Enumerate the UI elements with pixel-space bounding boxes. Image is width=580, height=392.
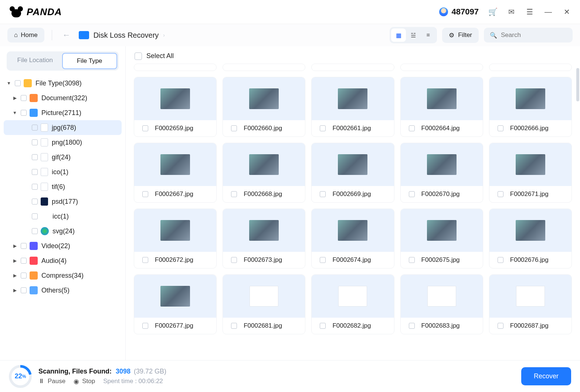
file-card[interactable]: F0002677.jpg [134,274,217,334]
chevron-right-icon[interactable]: ▶ [12,243,18,249]
file-checkbox[interactable] [231,323,237,329]
file-checkbox[interactable] [409,191,415,197]
scrollbar-thumb[interactable] [576,68,579,101]
tree-leaf-gif[interactable]: • gif(24) [4,150,122,165]
tab-file-location[interactable]: File Location [8,53,62,69]
file-card[interactable]: F0002668.jpg [223,143,305,203]
file-card-partial[interactable] [223,64,305,71]
tree-cat-audio[interactable]: ▶ Audio(4) [4,253,122,268]
file-card[interactable]: F0002659.jpg [134,77,217,137]
back-button[interactable]: ← [60,30,74,40]
file-checkbox[interactable] [231,191,237,197]
checkbox[interactable] [32,199,38,205]
file-card[interactable]: F0002671.jpg [489,143,572,203]
tree-cat-document[interactable]: ▶ Document(322) [4,91,122,105]
checkbox[interactable] [21,273,27,278]
file-checkbox[interactable] [320,125,326,131]
tree-leaf-tif[interactable]: • tif(6) [4,179,122,194]
file-card[interactable]: F0002687.jpg [489,274,572,334]
file-card[interactable]: F0002681.jpg [223,274,305,334]
chevron-right-icon[interactable]: ▶ [12,95,18,101]
filter-button[interactable]: ⚙ Filter [442,28,479,43]
select-all-checkbox[interactable] [135,53,142,60]
pause-button[interactable]: ⏸ Pause [38,378,65,385]
tab-file-type[interactable]: File Type [62,53,118,69]
tree-cat-compress[interactable]: ▶ Compress(34) [4,268,122,283]
checkbox[interactable] [21,258,27,264]
file-checkbox[interactable] [142,323,148,329]
chevron-right-icon[interactable]: ▶ [12,273,18,278]
chevron-right-icon[interactable]: ▶ [12,288,18,293]
file-checkbox[interactable] [320,191,326,197]
tree-leaf-svg[interactable]: • svg(24) [4,224,122,239]
cart-icon[interactable]: 🛒 [488,7,497,16]
file-card[interactable]: F0002682.jpg [311,274,394,334]
file-card[interactable]: F0002667.jpg [134,143,217,203]
view-grid-button[interactable]: ▦ [391,28,406,42]
file-checkbox[interactable] [498,257,503,263]
file-checkbox[interactable] [409,257,415,263]
file-card[interactable]: F0002676.jpg [489,209,572,268]
file-card-partial[interactable] [400,64,483,71]
close-icon[interactable]: ✕ [562,7,571,16]
file-checkbox[interactable] [142,125,148,131]
checkbox[interactable] [15,80,21,86]
file-card[interactable]: F0002675.jpg [400,209,483,268]
stop-button[interactable]: ◉ Stop [74,378,95,385]
tree-cat-video[interactable]: ▶ Video(22) [4,239,122,253]
checkbox[interactable] [32,169,38,175]
minimize-icon[interactable]: — [544,7,553,16]
file-card[interactable]: F0002683.jpg [400,274,483,334]
checkbox[interactable] [32,139,38,145]
file-checkbox[interactable] [498,125,503,131]
chevron-down-icon[interactable]: ▼ [6,81,12,86]
tree-leaf-icc[interactable]: • icc(1) [4,209,122,224]
file-checkbox[interactable] [231,257,237,263]
file-checkbox[interactable] [409,125,415,131]
file-checkbox[interactable] [498,323,503,329]
chevron-right-icon[interactable]: ▶ [12,258,18,263]
file-checkbox[interactable] [142,191,148,197]
breadcrumb-label[interactable]: Disk Loss Recovery [94,31,159,40]
checkbox[interactable] [21,95,27,101]
tree-leaf-ico[interactable]: • ico(1) [4,165,122,179]
menu-icon[interactable]: ☰ [525,7,534,16]
checkbox[interactable] [21,243,27,249]
tree-leaf-jpg[interactable]: • jpg(678) [4,120,122,135]
recover-button[interactable]: Recover [521,367,571,385]
file-checkbox[interactable] [409,323,415,329]
search-box[interactable]: 🔍 [484,28,573,43]
file-checkbox[interactable] [498,191,503,197]
file-card-partial[interactable] [134,64,217,71]
file-card[interactable]: F0002670.jpg [400,143,483,203]
file-checkbox[interactable] [231,125,237,131]
file-checkbox[interactable] [320,323,326,329]
mail-icon[interactable]: ✉ [507,7,516,16]
tree-cat-picture[interactable]: ▼ Picture(2711) [4,105,122,120]
file-card[interactable]: F0002660.jpg [223,77,305,137]
file-checkbox[interactable] [142,257,148,263]
file-card[interactable]: F0002661.jpg [311,77,394,137]
file-card[interactable]: F0002666.jpg [489,77,572,137]
file-card[interactable]: F0002673.jpg [223,209,305,268]
search-input[interactable] [501,31,567,39]
home-button[interactable]: ⌂ Home [7,28,44,43]
file-grid-scroll[interactable]: F0002659.jpgF0002660.jpgF0002661.jpgF000… [126,64,580,360]
tree-cat-others[interactable]: ▶ Others(5) [4,283,122,298]
file-card[interactable]: F0002674.jpg [311,209,394,268]
file-card-partial[interactable] [311,64,394,71]
file-card[interactable]: F0002672.jpg [134,209,217,268]
scrollbar[interactable] [576,64,579,360]
chevron-down-icon[interactable]: ▼ [12,110,18,115]
tree-root-file-type[interactable]: ▼ File Type(3098) [4,76,122,91]
view-detail-button[interactable]: ☱ [406,28,421,42]
checkbox[interactable] [32,154,38,160]
file-card-partial[interactable] [489,64,572,71]
file-card[interactable]: F0002669.jpg [311,143,394,203]
checkbox[interactable] [32,228,38,234]
user-points[interactable]: 487097 [439,7,479,17]
file-checkbox[interactable] [320,257,326,263]
file-card[interactable]: F0002664.jpg [400,77,483,137]
checkbox[interactable] [32,184,38,190]
checkbox[interactable] [32,125,38,131]
